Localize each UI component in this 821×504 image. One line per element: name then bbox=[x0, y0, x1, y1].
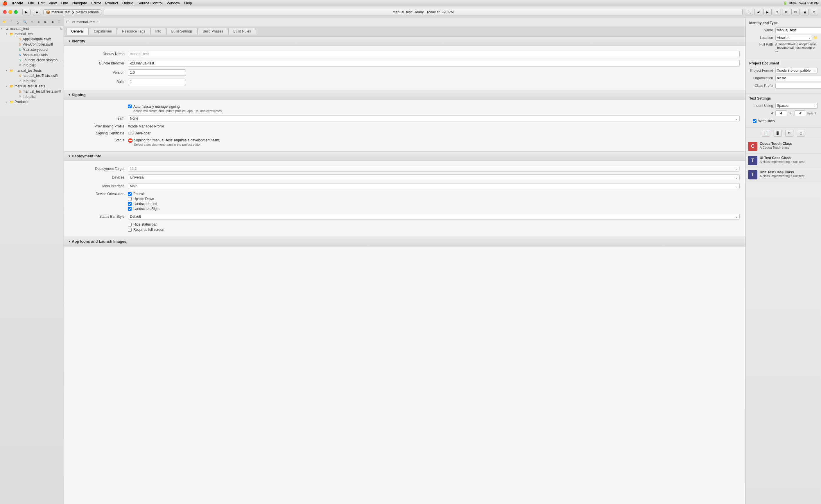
device-orientation-row: Device Orientation Portrait U bbox=[64, 190, 745, 212]
fullscreen-button[interactable] bbox=[14, 10, 18, 14]
rp-file-icon-btn[interactable]: 📄 bbox=[762, 130, 770, 137]
back-button[interactable]: ◀ bbox=[754, 9, 762, 15]
sidebar-item-project[interactable]: 🗂 manual_test M bbox=[0, 26, 64, 31]
rp-format-label: Project Format bbox=[749, 69, 775, 73]
tab-build-rules[interactable]: Build Rules bbox=[228, 28, 256, 35]
menu-help[interactable]: Help bbox=[184, 1, 192, 5]
landscape-right-checkbox[interactable] bbox=[128, 207, 132, 211]
auto-sign-checkbox[interactable] bbox=[128, 105, 132, 108]
menu-navigate[interactable]: Navigate bbox=[72, 1, 87, 5]
upside-down-checkbox[interactable] bbox=[128, 197, 132, 201]
rp-reveal-icon[interactable]: ↪ bbox=[775, 50, 778, 53]
hide-status-checkbox[interactable] bbox=[128, 223, 132, 226]
menu-source-control[interactable]: Source Control bbox=[137, 1, 163, 5]
sidebar-item-uitests-group[interactable]: 📂 manual_testUITests bbox=[5, 84, 64, 89]
sidebar-item-viewcontroller[interactable]: S ViewController.swift bbox=[13, 42, 64, 47]
sidebar-nav-logs[interactable]: ☰ bbox=[56, 19, 62, 25]
rp-class-uitest[interactable]: T UI Test Case Class A class implementin… bbox=[746, 154, 821, 168]
sidebar-item-assets[interactable]: A Assets.xcassets bbox=[13, 52, 64, 57]
tab-build-phases[interactable]: Build Phases bbox=[198, 28, 228, 35]
menu-view[interactable]: View bbox=[48, 1, 57, 5]
tab-width-input[interactable] bbox=[775, 110, 787, 116]
portrait-checkbox[interactable] bbox=[128, 192, 132, 196]
rp-class-unittest[interactable]: T Unit Test Case Class A class implement… bbox=[746, 168, 821, 182]
sidebar-item-appdelegate[interactable]: S AppDelegate.swift bbox=[13, 37, 64, 42]
rp-name-input[interactable] bbox=[775, 27, 821, 33]
display-name-input[interactable] bbox=[128, 51, 740, 57]
wrap-lines-checkbox[interactable] bbox=[753, 119, 757, 123]
rp-location-dropdown[interactable]: Absolute ⌄ bbox=[775, 35, 812, 41]
devices-dropdown[interactable]: Universal ⌄ bbox=[128, 174, 740, 180]
main-interface-option: Main bbox=[130, 184, 137, 188]
full-screen-checkbox[interactable] bbox=[128, 228, 132, 232]
sidebar-item-main-storyboard[interactable]: S Main.storyboard bbox=[13, 47, 64, 52]
sidebar-nav-symbol[interactable]: ∑ bbox=[15, 19, 21, 25]
sidebar-item-launchscreen[interactable]: S LaunchScreen.storyboard bbox=[13, 57, 64, 63]
run-button[interactable]: ▶ bbox=[22, 9, 30, 15]
bundle-id-input[interactable] bbox=[128, 60, 740, 66]
forward-button[interactable]: ▶ bbox=[764, 9, 772, 15]
rp-org-input[interactable] bbox=[775, 75, 821, 81]
deployment-section-header[interactable]: ▾ Deployment Info bbox=[64, 152, 745, 161]
menu-find[interactable]: Find bbox=[61, 1, 68, 5]
tab-build-settings[interactable]: Build Settings bbox=[166, 28, 197, 35]
editor-standard[interactable]: ⊡ bbox=[773, 9, 781, 15]
sidebar-item-tests-plist[interactable]: P Info.plist bbox=[13, 78, 64, 84]
sidebar-item-uitests-swift[interactable]: S manual_testUITests.swift bbox=[13, 89, 64, 94]
close-button[interactable] bbox=[3, 10, 7, 14]
signing-section-header[interactable]: ▾ Signing bbox=[64, 90, 745, 100]
sidebar-item-uitests-plist[interactable]: P Info.plist bbox=[13, 94, 64, 99]
sidebar-nav-folder[interactable]: 📁 bbox=[1, 19, 8, 25]
deployment-target-dropdown[interactable]: 11.2 ⌄ bbox=[128, 166, 740, 172]
build-label: Build bbox=[70, 80, 128, 84]
editor-assistant[interactable]: ⊞ bbox=[782, 9, 790, 15]
team-dropdown[interactable]: None ⌄ bbox=[128, 116, 740, 121]
breadcrumb-checkbox[interactable]: ☐ bbox=[66, 20, 69, 24]
editor-version[interactable]: ⊟ bbox=[791, 9, 800, 15]
tab-info[interactable]: Info bbox=[150, 28, 166, 35]
sidebar-item-tests-swift[interactable]: S manual_testTests.swift bbox=[13, 73, 64, 78]
rp-format-dropdown[interactable]: Xcode 8.0-compatible ⌄ bbox=[775, 68, 818, 73]
rp-indent-dropdown[interactable]: Spaces ⌄ bbox=[775, 103, 818, 109]
sidebar-nav-debug[interactable]: ▶ bbox=[42, 19, 49, 25]
landscape-left-checkbox[interactable] bbox=[128, 202, 132, 206]
stop-button[interactable]: ■ bbox=[33, 9, 41, 15]
menu-edit[interactable]: Edit bbox=[38, 1, 44, 5]
menu-file[interactable]: File bbox=[28, 1, 34, 5]
scheme-selector[interactable]: 📦 manual_test ❯ blesiv's iPhone bbox=[43, 9, 101, 15]
sidebar-nav-find[interactable]: 🔍 bbox=[22, 19, 28, 25]
tab-general[interactable]: General bbox=[66, 28, 89, 35]
rp-template-icon-btn[interactable]: ⊡ bbox=[797, 130, 805, 137]
rp-class-cocoa[interactable]: C Cocoa Touch Class A Cocoa Touch class bbox=[746, 139, 821, 154]
rp-location-folder-icon[interactable]: 📁 bbox=[813, 36, 818, 40]
menu-editor[interactable]: Editor bbox=[91, 1, 101, 5]
identity-section-header[interactable]: ▾ Identity bbox=[64, 37, 745, 46]
debug-area-toggle[interactable]: ▣ bbox=[801, 9, 809, 15]
sidebar-nav-issues[interactable]: ⚠ bbox=[29, 19, 35, 25]
inspector-toggle[interactable]: ⊡ bbox=[810, 9, 818, 15]
app-icons-section-header[interactable]: ▾ App Icons and Launch Images bbox=[64, 237, 745, 246]
tab-resource-tags[interactable]: Resource Tags bbox=[117, 28, 150, 35]
sidebar-item-manual-test-group[interactable]: 📂 manual_test bbox=[5, 31, 64, 37]
sidebar-nav-tests[interactable]: ◈ bbox=[35, 19, 42, 25]
sidebar-nav-source[interactable]: ⌃ bbox=[8, 19, 15, 25]
menu-window[interactable]: Window bbox=[167, 1, 180, 5]
version-input[interactable] bbox=[128, 69, 186, 76]
main-interface-dropdown[interactable]: Main ⌄ bbox=[128, 183, 740, 189]
sidebar-item-tests-group[interactable]: 📂 manual_testTests bbox=[5, 68, 64, 73]
minimize-button[interactable] bbox=[8, 10, 12, 14]
indent-width-input[interactable] bbox=[795, 110, 806, 116]
rp-device-icon-btn[interactable]: 📱 bbox=[774, 130, 782, 137]
sidebar-nav-breakpoints[interactable]: ◆ bbox=[49, 19, 56, 25]
rp-prefix-input[interactable] bbox=[775, 83, 821, 89]
menu-product[interactable]: Product bbox=[105, 1, 118, 5]
sidebar-item-products-group[interactable]: 📁 Products bbox=[5, 99, 64, 105]
identity-section-content: Display Name Bundle Identifier bbox=[64, 46, 745, 90]
navigator-toggle[interactable]: ☰ bbox=[745, 9, 753, 15]
rp-gear-icon-btn[interactable]: ⚙ bbox=[785, 130, 793, 137]
menu-debug[interactable]: Debug bbox=[122, 1, 133, 5]
build-input[interactable] bbox=[128, 79, 186, 85]
status-bar-style-dropdown[interactable]: Default ⌄ bbox=[128, 214, 740, 219]
sidebar-item-info-plist-main[interactable]: P Info.plist bbox=[13, 63, 64, 68]
tab-capabilities[interactable]: Capabilities bbox=[89, 28, 117, 35]
